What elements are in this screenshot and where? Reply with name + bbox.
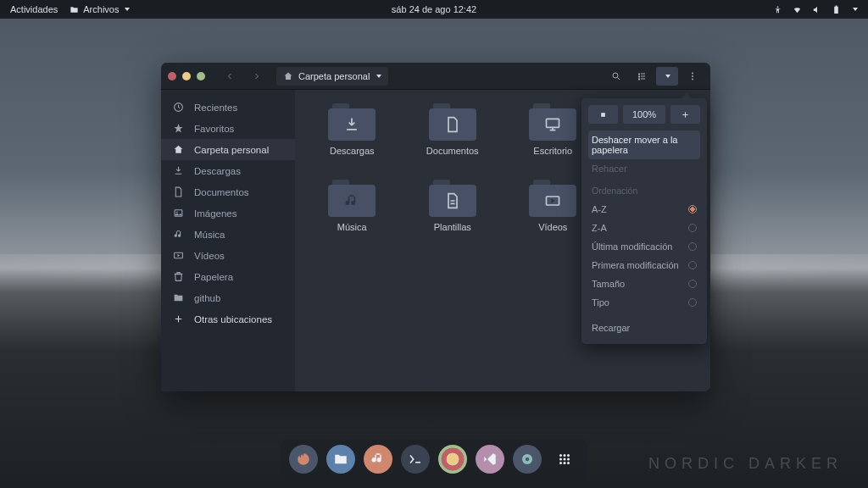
svg-point-2 (692, 72, 693, 74)
dock-app-vscode[interactable] (476, 445, 504, 474)
svg-point-22 (559, 462, 562, 464)
pathbar[interactable]: Carpeta personal (276, 67, 388, 86)
home-icon (283, 71, 293, 81)
sidebar-item-label: Documentos (194, 187, 249, 197)
sidebar-item-label: Papelera (194, 272, 233, 282)
music-icon (173, 229, 184, 240)
sidebar-item-label: Descargas (194, 166, 241, 176)
zoom-in-button[interactable] (670, 105, 700, 124)
folder-icon (173, 292, 184, 303)
sidebar-item-star[interactable]: Favoritos (161, 118, 295, 139)
sidebar-item-download[interactable]: Descargas (161, 160, 295, 181)
radio-icon (688, 298, 697, 307)
dock-app-music[interactable] (364, 445, 392, 474)
star-icon (173, 123, 184, 134)
undo-menu-item[interactable]: Deshacer mover a la papelera (588, 130, 700, 159)
sort-option[interactable]: Tipo (588, 293, 700, 312)
dock-app-settings[interactable] (513, 445, 542, 474)
svg-point-18 (567, 454, 570, 457)
view-menu-button[interactable] (656, 67, 678, 86)
app-menu-label: Archivos (83, 4, 119, 14)
folder-label: Escritorio (533, 146, 572, 156)
sidebar-item-home[interactable]: Carpeta personal (161, 139, 295, 160)
sort-option[interactable]: Primera modificación (588, 256, 700, 274)
sidebar-item-folder[interactable]: github (161, 287, 295, 308)
svg-point-0 (777, 6, 779, 8)
sidebar-item-music[interactable]: Música (161, 224, 295, 245)
hamburger-menu-button[interactable] (682, 67, 704, 86)
code-icon (482, 452, 498, 467)
zoom-out-button[interactable] (588, 105, 618, 124)
sidebar-item-image[interactable]: Imágenes (161, 202, 295, 224)
svg-point-20 (564, 458, 566, 461)
video-icon (173, 250, 184, 261)
download-icon (173, 165, 184, 176)
app-menu-button[interactable]: Archivos (70, 4, 130, 14)
status-area[interactable] (773, 5, 868, 14)
svg-point-3 (692, 75, 693, 77)
folder-label: Vídeos (538, 222, 567, 232)
sort-option[interactable]: Z-A (588, 219, 700, 237)
dock-app-terminal[interactable] (401, 445, 430, 474)
wallpaper-watermark: NORDIC DARKER (648, 455, 843, 473)
radio-icon (688, 280, 697, 288)
dock-app-files[interactable] (326, 445, 355, 474)
maximize-button[interactable] (197, 72, 205, 80)
nav-forward-button[interactable] (246, 67, 268, 86)
folder-item[interactable]: Plantillas (406, 180, 500, 232)
activities-button[interactable]: Actividades (10, 4, 58, 14)
chevron-down-icon (853, 8, 858, 11)
sort-option[interactable]: A-Z (588, 200, 700, 219)
gear-icon (520, 452, 535, 467)
pathbar-label: Carpeta personal (298, 71, 370, 81)
sort-option[interactable]: Última modificación (588, 237, 700, 256)
sidebar-item-video[interactable]: Vídeos (161, 245, 295, 266)
close-button[interactable] (168, 72, 176, 80)
folder-label: Plantillas (434, 222, 471, 232)
folder-icon (328, 180, 376, 217)
sidebar-item-label: Favoritos (194, 124, 234, 134)
svg-point-24 (567, 462, 570, 464)
svg-rect-13 (601, 113, 605, 117)
clock-icon (173, 102, 184, 113)
folder-item[interactable]: Música (305, 180, 399, 232)
folder-icon (429, 180, 476, 217)
sidebar-item-trash[interactable]: Papelera (161, 266, 295, 287)
reload-menu-item[interactable]: Recargar (588, 319, 700, 337)
nav-back-button[interactable] (219, 67, 241, 86)
dock-show-apps[interactable] (550, 445, 579, 474)
sidebar-item-clock[interactable]: Recientes (161, 97, 295, 118)
svg-point-17 (564, 454, 566, 457)
folder-icon (529, 103, 576, 141)
search-button[interactable] (605, 67, 627, 86)
sidebar-item-label: Imágenes (194, 208, 237, 219)
battery-icon (832, 5, 841, 14)
plus-icon (681, 110, 690, 119)
view-toggle-button[interactable] (631, 67, 653, 86)
dock-app-firefox[interactable] (289, 445, 318, 474)
dock-app-chrome[interactable] (438, 445, 467, 474)
radio-icon (688, 224, 697, 232)
sidebar-item-document[interactable]: Documentos (161, 181, 295, 202)
folder-icon (333, 452, 348, 467)
sidebar-item-plus[interactable]: Otras ubicaciones (161, 308, 295, 330)
svg-point-4 (692, 78, 693, 80)
folder-item[interactable]: Descargas (305, 103, 399, 156)
svg-point-19 (559, 458, 562, 461)
minimize-button[interactable] (182, 72, 191, 80)
trash-icon (173, 271, 184, 282)
folder-item[interactable]: Documentos (406, 103, 500, 156)
plus-icon (173, 313, 184, 324)
sort-option[interactable]: Tamaño (588, 274, 700, 293)
folder-label: Descargas (330, 146, 375, 156)
redo-menu-item: Rehacer (588, 159, 700, 178)
places-sidebar: RecientesFavoritosCarpeta personalDescar… (161, 90, 295, 391)
window-titlebar: Carpeta personal (161, 63, 710, 90)
home-icon (173, 144, 184, 155)
grid-icon (557, 452, 572, 467)
terminal-icon (408, 452, 423, 467)
folder-label: Música (337, 222, 367, 232)
svg-point-16 (559, 454, 562, 457)
folder-label: Documentos (426, 146, 479, 156)
clock-label[interactable]: sáb 24 de ago 12:42 (392, 4, 476, 14)
